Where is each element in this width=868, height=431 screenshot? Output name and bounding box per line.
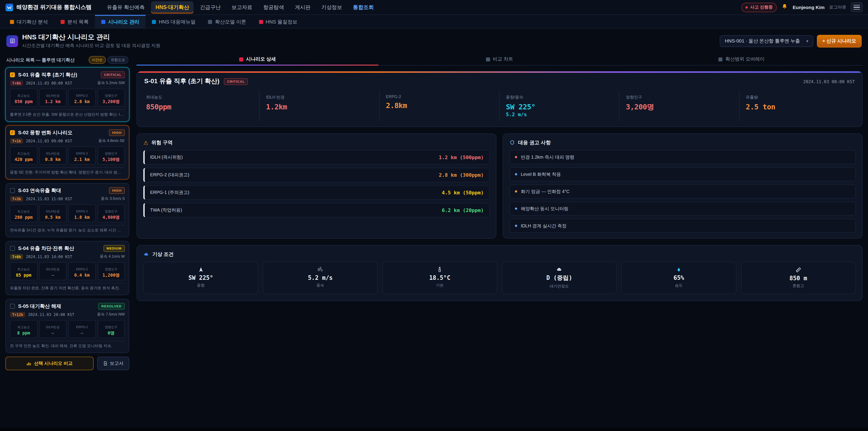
menu-board[interactable]: 게시판 [290,1,315,13]
zone-row-twa: TWA (작업허용) 6.2 km (20ppm) [143,203,490,217]
recommendation-item: 해양확산 동시 모니터링 [509,202,856,216]
sort-by-risk-chip[interactable]: 위험도순 [107,56,128,64]
scenario-page-icon [6,35,18,47]
time-offset-badge: T+6h [10,254,23,259]
menu-reports[interactable]: 보고자료 [227,1,257,13]
scenario-card-s01[interactable]: ✓ S-01 유출 직후 (초기 확산) CRITICAL T+0h 2024.… [5,67,129,122]
scenario-list-title: 시나리오 목록 — 톨루엔 대기확산 [6,57,74,63]
stability-cloud-icon [556,267,562,272]
severity-badge: HIGH [109,129,125,136]
flask-icon [259,20,263,24]
menu-icon[interactable] [851,2,863,12]
compare-scenarios-button[interactable]: 선택 시나리오 비교 [5,357,94,370]
clipboard-icon [61,20,65,24]
tab-range-overlay[interactable]: 확산범위 오버레이 [620,53,863,65]
tab-scenario-management[interactable]: 시나리오 관리 [95,15,146,28]
zone-row-erpg2: ERPG-2 (대피권고) 2.8 km (300ppm) [143,168,490,182]
severity-badge: RESOLVED [98,303,125,310]
bullet-icon [515,225,517,227]
tab-comparison-chart[interactable]: 비교 차트 [379,53,621,65]
scenario-checkbox[interactable]: ✓ [10,130,15,135]
time-offset-badge: T+1h [10,138,23,144]
menu-oil-spill[interactable]: 유출유 확산예측 [102,1,149,13]
book-icon [152,20,156,24]
scenario-description: 전 구역 안전 농도 확인. 대피 해제. 잔류 오염 모니터링 지속. [10,341,125,349]
weather-card-temperature: 18.5°C 기온 [382,262,497,294]
scenario-wind: 풍속 4.1m/s W [100,254,125,259]
menu-hns-diffusion[interactable]: HNS·대기확산 [151,1,193,13]
new-scenario-button[interactable]: + 신규 시나리오 [817,35,862,47]
bullet-icon [515,173,517,175]
weather-card-wind-direction: SW 225° 풍향 [143,262,258,294]
wind-direction-icon [198,267,204,273]
sort-by-time-chip[interactable]: 시간순 [89,56,106,64]
shield-icon [509,140,515,146]
incident-select[interactable]: HNS-001 · 울산 온산항 톨루엔 누출 ▾ [720,35,813,47]
scenario-wind: 풍속 7.5m/s NW [97,312,125,317]
scenario-card-s05[interactable]: S-05 대기확산 해제 RESOLVED T+12h 2024.11.03 2… [5,299,129,353]
weather-card-humidity: 65% 습도 [621,262,737,294]
scenario-checkbox[interactable] [10,246,15,251]
tab-response-manual[interactable]: HNS 대응매뉴얼 [146,15,202,28]
detail-icon [239,57,243,61]
scenario-wind: 풍속 4.8m/s SE [98,138,125,144]
weather-panel: 기상 조건 SW 225° 풍향 5.2 m/s 풍속 [136,245,863,301]
mixing-height-ruler-icon [795,267,802,273]
report-button[interactable]: 보고서 [97,357,129,370]
bullet-icon [515,208,517,210]
scenario-datetime: 2024.11.03 14:00 KST [26,254,72,259]
scenario-checkbox[interactable] [10,304,15,309]
menu-weather[interactable]: 기상정보 [317,1,347,13]
tab-analysis[interactable]: 대기확산 분석 [4,15,54,28]
bullet-icon [515,190,517,192]
page-subtitle: 시간조건별 대기확산 예측 시나리오 비교·검토 및 대응 의사결정 지원 [22,42,160,49]
severity-badge: CRITICAL [224,78,248,85]
weather-card-stability: D (중립) 대기안정도 [502,262,617,294]
menu-rescue[interactable]: 긴급구난 [195,1,225,13]
menu-integrated-search[interactable]: 통합조회 [348,1,378,13]
humidity-droplet-icon [676,267,681,273]
scenario-sidebar: 시나리오 목록 — 톨루엔 대기확산 시간순 위험도순 ✓ S-01 유출 직후… [5,53,129,357]
scenario-detail-card: S-01 유출 직후 (초기 확산) CRITICAL 2024.11.03 0… [136,71,863,127]
scenario-card-s03[interactable]: S-03 연속유출 확대 HIGH T+3h 2024.11.03 11:00 … [5,183,129,237]
scenario-datetime: 2024.11.03 09:00 KST [26,139,72,143]
footer-strip [0,428,868,431]
app-title: 해양환경 위기대응 통합시스템 [16,3,92,11]
scenario-checkbox[interactable] [10,188,15,193]
tab-substance-info[interactable]: HNS 물질정보 [252,15,304,28]
scenario-description: 연속유출 3시간 경과. 누적 유출량 증가. 농도 감소로 체류 시간 증가. [10,225,125,233]
compare-chart-icon [26,361,31,366]
page-title: HNS 대기확산 시나리오 관리 [22,33,160,41]
severity-badge: HIGH [109,187,125,194]
overlay-icon [719,57,723,61]
zone-row-erpg1: ERPG-1 (주의권고) 4.5 km (50ppm) [143,185,490,200]
tab-model-theory[interactable]: 확산모델 이론 [202,15,252,28]
zone-row-idlh: IDLH (즉시위험) 1.2 km (500ppm) [143,150,490,164]
incident-status-badge[interactable]: 사고 진행중 [742,2,777,12]
scenario-card-s02[interactable]: ✓ S-02 풍향 변화 시나리오 HIGH T+1h 2024.11.03 0… [5,125,129,180]
tab-analysis-list[interactable]: 분석 목록 [54,15,95,28]
detail-title: S-01 유출 직후 (초기 확산) [144,77,219,86]
scenario-datetime: 2024.11.03 20:00 KST [28,312,74,317]
scenario-card-s04[interactable]: S-04 유출 차단·잔류 확산 MEDIUM T+6h 2024.11.03 … [5,241,129,295]
detail-metrics: 최대농도 850ppm IDLH 반경 1.2km ERPG-2 2.8km 풍… [137,89,862,127]
scenario-checkbox[interactable]: ✓ [10,72,15,77]
weather-card-wind-speed: 5.2 m/s 풍속 [263,262,378,294]
chart-icon [486,57,490,61]
scenario-datetime: 2024.11.03 11:00 KST [26,196,72,201]
scenario-wind: 풍속 3.5m/s S [101,196,125,202]
menu-aerial-search[interactable]: 항공탐색 [259,1,289,13]
weather-card-mixing-height: 850 m 혼합고 [741,262,856,294]
tab-scenario-detail[interactable]: 시나리오 상세 [136,53,379,65]
recommendation-item: 반경 1.2km 즉시 대피 명령 [509,150,856,164]
logout-link[interactable]: 로그아웃 [829,4,846,10]
incident-dot-icon [746,6,748,8]
detail-tabs: 시나리오 상세 비교 차트 확산범위 오버레이 [136,53,863,65]
bell-icon[interactable] [781,3,788,11]
danger-zones-panel: ⚠ 위험 구역 IDLH (즉시위험) 1.2 km (500ppm) ERPG… [136,133,496,239]
main-content: 시나리오 상세 비교 차트 확산범위 오버레이 S-01 유출 직후 (초기 확… [136,53,863,357]
time-offset-badge: T+3h [10,196,23,202]
time-offset-badge: T+12h [10,312,25,317]
recommendations-panel: 대응 권고 사항 반경 1.2km 즉시 대피 명령 Level B 화학복 착… [503,133,863,239]
wing-logo-icon [5,3,13,11]
